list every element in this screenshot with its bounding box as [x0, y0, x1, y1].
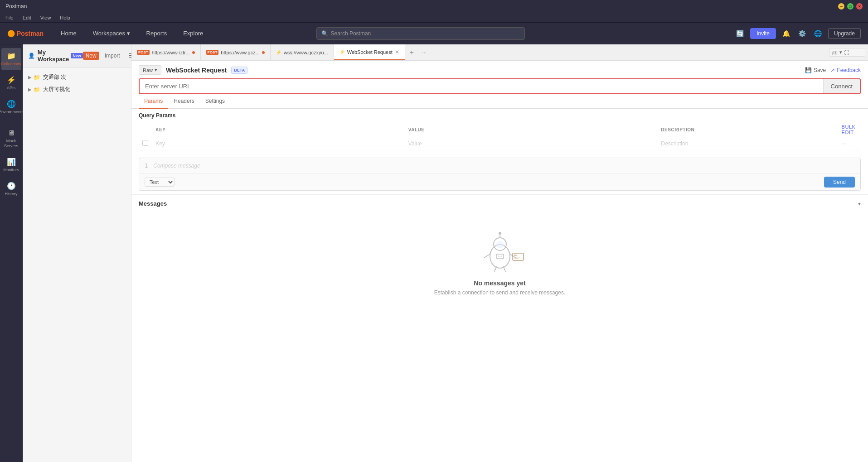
svg-point-2	[496, 241, 504, 248]
key-cell[interactable]: Key	[152, 137, 405, 150]
sidebar-item-mock-servers[interactable]: 🖥 Mock Servers	[1, 125, 21, 152]
upgrade-button[interactable]: Upgrade	[828, 28, 861, 39]
no-messages-subtitle: Establish a connection to send and recei…	[434, 289, 566, 296]
title-bar: Postman ─ □ ✕	[0, 0, 868, 13]
bulk-edit-button[interactable]: Bulk Edit	[842, 124, 856, 135]
tab-item[interactable]: POST https://www.rztr...	[131, 44, 201, 60]
app-title: Postman	[5, 3, 27, 10]
tabs-bar: POST https://www.rztr... POST https://ww…	[131, 44, 868, 61]
desc-cell[interactable]: Description	[657, 137, 838, 150]
request-title: WebSocket Request	[166, 67, 227, 74]
svg-rect-11	[514, 257, 520, 258]
astronaut-illustration	[473, 227, 527, 272]
menu-edit[interactable]: Edit	[21, 14, 33, 21]
menu-view[interactable]: View	[39, 14, 53, 21]
collection-icon: 📁	[34, 74, 40, 81]
sidebar-item-apis[interactable]: ⚡ APIs	[1, 72, 21, 94]
svg-point-15	[500, 255, 502, 257]
desc-column-header: DESCRIPTION	[657, 122, 838, 137]
ws-badge: ⚡	[276, 50, 281, 55]
compose-footer: Text JSON XML Binary Send	[139, 173, 860, 190]
no-messages-area: No messages yet Establish a connection t…	[139, 209, 861, 314]
feedback-button[interactable]: ↗ Feedback	[830, 67, 861, 73]
row-more: ···	[838, 137, 861, 150]
menu-file[interactable]: File	[4, 14, 15, 21]
sidebar-item-collections[interactable]: 📁 Collections	[1, 48, 21, 70]
tab-item[interactable]: ⚡ wss://www.gczxyu...	[271, 44, 334, 60]
table-row: Key Value Description ···	[139, 137, 861, 150]
sidebar-icons: 📁 Collections ⚡ APIs 🌐 Environments 🖥 Mo…	[0, 44, 23, 462]
params-section: Query Params KEY VALUE DESCRIPTION Bulk …	[131, 109, 868, 154]
row-checkbox[interactable]	[142, 140, 148, 146]
list-item[interactable]: ▶ 📁 大屏可视化	[23, 83, 131, 96]
sidebar-label-collections: Collections	[1, 62, 21, 67]
sync-icon[interactable]: 🔄	[734, 28, 746, 39]
apis-icon: ⚡	[7, 76, 16, 84]
save-icon: 💾	[805, 67, 812, 73]
request-type-selector[interactable]: Raw ▾	[139, 65, 161, 75]
nav-reports[interactable]: Reports	[144, 28, 170, 38]
sidebar-label-mock-servers: Mock Servers	[3, 139, 19, 149]
close-button[interactable]: ✕	[856, 3, 863, 10]
tab-headers[interactable]: Headers	[168, 94, 199, 109]
content-tabs: Params Headers Settings	[131, 94, 868, 109]
new-button[interactable]: New	[83, 52, 99, 60]
send-button[interactable]: Send	[824, 177, 855, 188]
settings-icon[interactable]: ⚙️	[796, 28, 808, 39]
tab-settings[interactable]: Settings	[200, 94, 230, 109]
history-icon: 🕐	[7, 182, 16, 190]
key-column-header: KEY	[152, 122, 405, 137]
environment-select[interactable]: jtb ▾ ⛶	[829, 48, 865, 57]
refresh-icon[interactable]: 🌐	[812, 28, 824, 39]
ws-icon: ⚡	[339, 49, 345, 54]
tab-params[interactable]: Params	[139, 94, 168, 109]
tab-label: wss://www.gczxyu...	[284, 50, 328, 55]
sidebar-item-monitors[interactable]: 📊 Monitors	[1, 154, 21, 176]
url-input[interactable]	[140, 79, 823, 93]
chevron-down-icon: ▾	[839, 49, 842, 55]
tab-more-button[interactable]: ···	[418, 49, 430, 56]
value-column-header: VALUE	[405, 122, 658, 137]
messages-header[interactable]: Messages ▾	[139, 198, 861, 209]
sidebar-item-environments[interactable]: 🌐 Environments	[1, 96, 21, 118]
messages-section: Messages ▾	[131, 194, 868, 318]
tab-close-icon[interactable]: ✕	[395, 49, 399, 55]
workspace-title: My Workspace	[38, 49, 69, 63]
invite-button[interactable]: Invite	[750, 28, 776, 39]
import-button[interactable]: Import	[102, 52, 123, 60]
sidebar-label-environments: Environments	[0, 110, 24, 115]
tab-label: WebSocket Request	[347, 49, 393, 55]
message-type-select[interactable]: Text JSON XML Binary	[145, 178, 175, 187]
search-bar[interactable]: 🔍 Search Postman	[316, 27, 525, 40]
save-button[interactable]: 💾 Save	[805, 67, 826, 73]
tab-item[interactable]: POST https://www.gcz...	[201, 44, 271, 60]
request-actions: 💾 Save ↗ Feedback	[805, 67, 861, 73]
tab-add-button[interactable]: +	[405, 48, 418, 57]
row-check	[139, 137, 152, 150]
list-item[interactable]: ▶ 📁 交通部 次	[23, 71, 131, 83]
menu-help[interactable]: Help	[58, 14, 72, 21]
nav-workspaces[interactable]: Workspaces ▾	[90, 28, 133, 38]
line-number: 1	[145, 163, 148, 169]
sidebar-item-history[interactable]: 🕐 History	[1, 178, 21, 200]
nav-home[interactable]: Home	[58, 28, 79, 38]
value-cell[interactable]: Value	[405, 137, 658, 150]
post-badge: POST	[206, 50, 219, 55]
svg-line-3	[484, 254, 490, 258]
maximize-button[interactable]: □	[847, 3, 853, 10]
minimize-button[interactable]: ─	[838, 3, 844, 10]
main-content: POST https://www.rztr... POST https://ww…	[131, 44, 868, 462]
notifications-icon[interactable]: 🔔	[781, 28, 792, 39]
workspace-panel: 👤 My Workspace New New Import ☰ ··· ▶ 📁 …	[23, 44, 131, 462]
svg-line-6	[504, 267, 505, 271]
tab-item-active[interactable]: ⚡ WebSocket Request ✕	[334, 44, 405, 60]
sidebar-label-history: History	[5, 192, 17, 197]
svg-rect-13	[496, 254, 504, 259]
raw-label: Raw	[143, 67, 153, 73]
connect-button[interactable]: Connect	[823, 79, 860, 93]
workspace-badge: New	[71, 53, 83, 58]
nav-explore[interactable]: Explore	[180, 28, 206, 38]
main-nav: 🟠 Postman Home Workspaces ▾ Reports Expl…	[0, 23, 868, 44]
more-icon[interactable]: ···	[842, 140, 846, 147]
compose-section: 1 Compose message Text JSON XML Binary S…	[139, 158, 861, 191]
